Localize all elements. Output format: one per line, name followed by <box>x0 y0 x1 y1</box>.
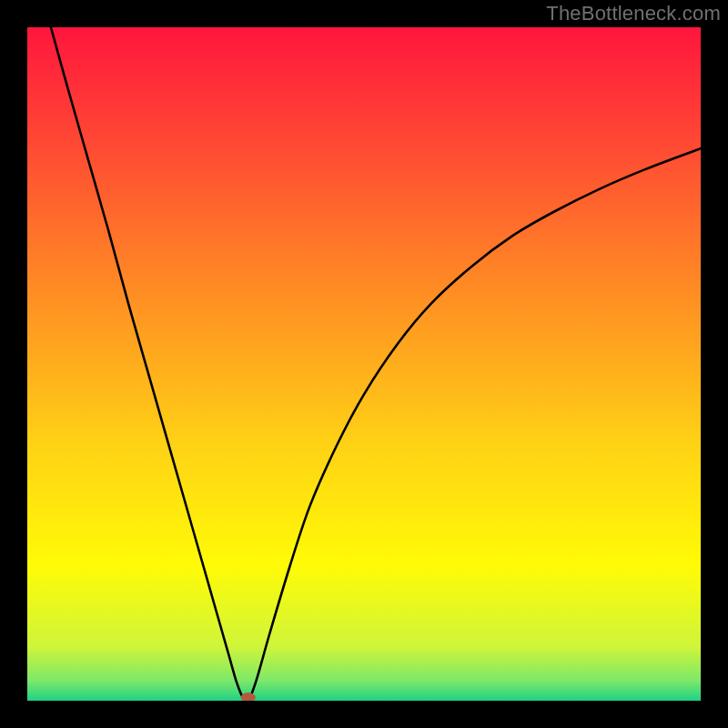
plot-frame <box>27 27 701 701</box>
figure-container: TheBottleneck.com <box>0 0 728 728</box>
chart-background <box>27 27 701 701</box>
watermark-text: TheBottleneck.com <box>546 2 721 25</box>
chart-svg <box>27 27 701 701</box>
